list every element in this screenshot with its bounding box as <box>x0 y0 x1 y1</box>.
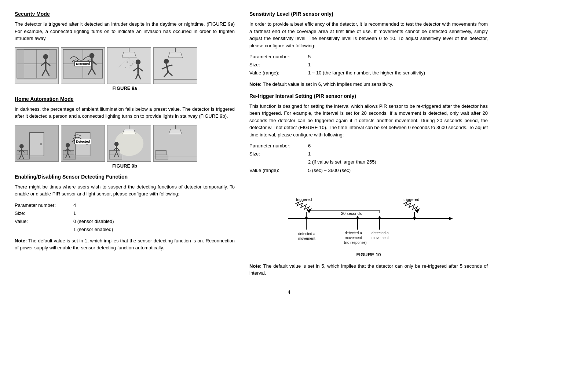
retrig-size-val2: 2 (if value is set larger than 255) <box>308 158 376 166</box>
retrig-note-content: The default value is set in 5, which imp… <box>249 263 488 276</box>
svg-point-6 <box>43 54 48 59</box>
figure-9b-img4 <box>153 125 197 162</box>
figure-9b-img1 <box>15 125 59 162</box>
sens-size-label: Size: <box>249 61 308 69</box>
sens-size-val: 1 <box>308 61 311 69</box>
svg-point-29 <box>127 61 128 63</box>
svg-point-51 <box>40 143 42 145</box>
svg-marker-88 <box>169 129 182 134</box>
det-move2-label2: movement <box>345 236 362 240</box>
figure-9a-img4 <box>153 47 197 84</box>
retrig-value-val: 5 (sec) ~ 3600 (sec) <box>308 166 351 175</box>
figure-9a-img2: Detected <box>61 47 105 84</box>
retrig-value-label: Value (range): <box>249 166 308 175</box>
triggered2-label: triggered <box>403 197 419 202</box>
param-table-section3: Parameter number: 4 Size: 1 Value: 0 (se… <box>15 201 235 234</box>
sens-value-val: 1 ~ 10 (the larger the number, the highe… <box>308 69 425 77</box>
svg-point-17 <box>89 53 95 58</box>
figure-9b-img2: Detected <box>61 125 105 162</box>
right-column: Sensitivity Level (PIR sensor only) In o… <box>249 11 488 282</box>
triggered1-label: triggered <box>296 197 312 202</box>
figure-10-container: triggered detected a movement 20 seconds… <box>249 182 488 250</box>
retrig-size-row: Size: 1 <box>249 150 488 158</box>
home-automation-para: In darkness, the percentage of ambient i… <box>15 106 235 120</box>
svg-marker-41 <box>168 52 182 58</box>
value-label2 <box>15 226 73 234</box>
security-mode-title: Security Mode <box>15 11 235 17</box>
sens-param-number-val: 5 <box>308 53 311 61</box>
sens-size-row: Size: 1 <box>249 61 488 69</box>
retrigger-note: Note: The default value is set in 5, whi… <box>249 263 488 277</box>
retrigger-title: Re-trigger Interval Setting (PIR sensor … <box>249 93 488 99</box>
security-mode-para: The detector is triggered after it detec… <box>15 21 235 42</box>
figure-10-caption: FIGURE 10 <box>249 252 488 257</box>
det-move3-label2: movement <box>372 236 389 240</box>
retrig-size-val: 1 <box>308 150 311 158</box>
figure-9a-caption: FIGURE 9a <box>15 85 235 91</box>
note-text-content: The default value is set in 1, which imp… <box>15 238 235 251</box>
svg-point-54 <box>19 144 24 148</box>
sens-value-label: Value (range): <box>249 69 308 77</box>
size-val: 1 <box>73 209 76 217</box>
svg-rect-5 <box>49 49 56 78</box>
retrig-param-number-val: 6 <box>308 142 311 150</box>
figure-9b-caption: FIGURE 9b <box>15 163 235 169</box>
param-number-row: Parameter number: 4 <box>15 201 235 209</box>
sens-note-bold: Note: <box>249 81 261 87</box>
svg-point-80 <box>114 142 119 146</box>
det-move1-label: detected a <box>298 232 315 236</box>
home-automation-title: Home Automation Mode <box>15 96 235 102</box>
sens-param-number-label: Parameter number: <box>249 53 308 61</box>
det-move2-label3: (no response) <box>344 241 367 245</box>
svg-rect-4 <box>17 49 24 78</box>
value-row2: 1 (sensor enabled) <box>15 226 235 234</box>
sens-value-row: Value (range): 1 ~ 10 (the larger the nu… <box>249 69 488 77</box>
enabling-title: Enabling/Disabling Sensor Detecting Func… <box>15 174 235 180</box>
det-move3-label: detected a <box>372 231 389 235</box>
param-table-retrigger: Parameter number: 6 Size: 1 2 (if value … <box>249 142 488 174</box>
retrig-param-number-row: Parameter number: 6 <box>249 142 488 150</box>
det-move2-label: detected a <box>345 231 362 235</box>
size-label: Size: <box>15 209 73 217</box>
value-val2: 1 (sensor enabled) <box>73 226 113 234</box>
svg-point-65 <box>66 143 70 147</box>
svg-rect-79 <box>109 155 122 159</box>
figure-9b-img3 <box>107 125 151 162</box>
page-number: 4 <box>15 289 563 295</box>
figure-9a-detected-label: Detected <box>74 61 91 66</box>
value-label: Value: <box>15 217 73 226</box>
retrig-size-row2: 2 (if value is set larger than 255) <box>249 158 488 166</box>
svg-point-32 <box>132 63 133 65</box>
value-row1: Value: 0 (sensor disabled) <box>15 217 235 226</box>
retrig-size-label: Size: <box>249 150 308 158</box>
svg-rect-89 <box>156 150 166 155</box>
sens-note-content: The default value is set in 6, which imp… <box>263 81 393 87</box>
svg-marker-103 <box>356 216 359 219</box>
retrig-value-row: Value (range): 5 (sec) ~ 3600 (sec) <box>249 166 488 175</box>
retrigger-para: This function is designed for setting th… <box>249 103 488 139</box>
note-bold: Note: <box>15 238 27 243</box>
retrig-param-number-label: Parameter number: <box>249 142 308 150</box>
retrig-size-label2 <box>249 158 308 166</box>
svg-point-43 <box>164 59 169 64</box>
figure-9a-img1 <box>15 47 59 84</box>
size-row: Size: 1 <box>15 209 235 217</box>
svg-marker-25 <box>122 52 136 58</box>
left-column: Security Mode The detector is triggered … <box>15 11 235 282</box>
sensitivity-note: Note: The default value is set in 6, whi… <box>249 81 488 88</box>
svg-point-33 <box>136 59 141 65</box>
figure-9a-img3 <box>107 47 151 84</box>
section3-note: Note: The default value is set in 1, whi… <box>15 237 235 252</box>
svg-rect-78 <box>109 150 120 155</box>
retrig-note-bold: Note: <box>249 263 261 269</box>
svg-rect-52 <box>17 150 28 155</box>
sens-param-number-row: Parameter number: 5 <box>249 53 488 61</box>
enabling-para: There might be times where users wish to… <box>15 183 235 198</box>
svg-point-30 <box>130 65 132 66</box>
svg-point-31 <box>125 66 126 68</box>
svg-marker-105 <box>378 216 381 219</box>
param-number-val: 4 <box>73 201 76 209</box>
param-number-label: Parameter number: <box>15 201 73 209</box>
figure-9b-detected-label: Detected <box>74 139 91 144</box>
figure-9b-images: Detected <box>15 125 235 162</box>
